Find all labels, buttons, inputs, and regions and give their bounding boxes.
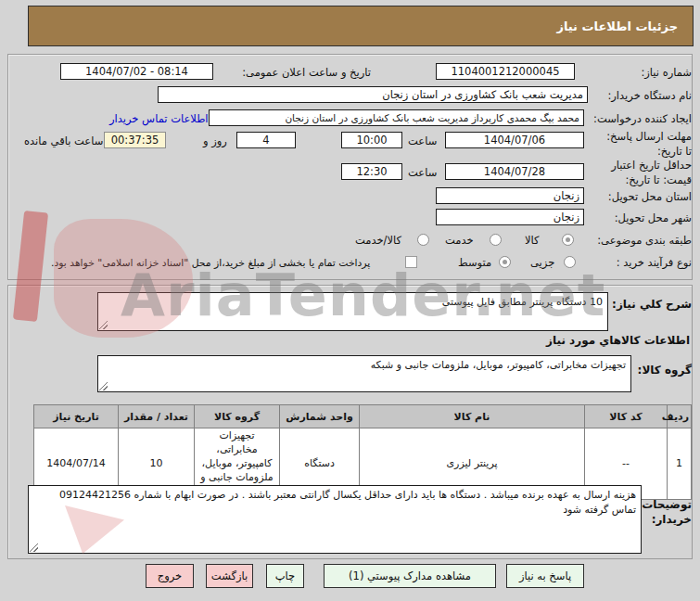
days-and-label: روز و [203,134,227,147]
need-number-field[interactable]: 1104001212000045 [436,63,575,80]
page-title: جزئیات اطلاعات نیاز [556,19,678,33]
need-description-label: شرح کلي نیاز: [612,298,692,311]
print-button[interactable]: چاپ [266,564,304,588]
buyer-org-label: نام دستگاه خریدار: [607,89,692,102]
resize-grip-icon[interactable] [99,382,108,390]
goods-section-header: اطلاعات کالاهاي مورد نیاز [546,334,690,347]
price-validity-time-field[interactable]: 12:30 [341,163,402,180]
goods-table-header-row: ردیف کد کالا نام کالا واحد شمارش گروه کا… [34,405,692,428]
announce-datetime-label: تاریخ و ساعت اعلان عمومی: [242,66,371,79]
resize-grip-icon[interactable] [30,543,38,552]
exit-button[interactable]: خروج [146,564,194,588]
delivery-city-field[interactable]: زنجان [436,209,584,225]
goods-group-text: تجهیزات مخابراتی، کامپیوتر، موبایل، ملزو… [371,359,626,371]
col-goods-name: نام کالا [360,405,585,428]
subject-class-label: طبقه بندی موضوعی: [597,234,692,247]
radio-medium[interactable] [499,256,511,268]
treasury-docs-checkbox-label: پرداخت تمام یا بخشی از مبلغ خرید،از محل … [51,257,370,269]
response-deadline-label: مهلت ارسال پاسخ: تا تاریخ: [599,130,692,159]
goods-group-label: گروه کالا: [638,364,692,377]
price-validity-hour-label: ساعت [408,166,437,179]
col-goods-group: گروه کالا [195,405,280,428]
delivery-province-field[interactable]: زنجان [436,187,584,204]
radio-goods[interactable] [562,234,574,246]
buyer-notes-field[interactable]: هزینه ارسال به عهده برنده میباشد . دستگا… [28,485,642,554]
remaining-days-field[interactable]: 4 [236,132,296,148]
col-need-date: تاریخ نیاز [34,405,119,428]
cell-row-number: 1 [668,428,692,500]
need-description-field[interactable]: 10 دستگاه پرینتر مطابق فایل پیوستی [97,292,608,331]
col-unit: واحد شمارش [280,405,360,428]
radio-petty-label: جزیی [530,256,554,269]
page-title-bar: جزئیات اطلاعات نیاز [28,6,694,46]
respond-button[interactable]: پاسخ به نیاز [506,564,584,588]
view-attachments-button[interactable]: مشاهده مدارک پیوستي (1) [324,564,496,588]
radio-service[interactable] [490,234,502,246]
col-goods-code: کد کالا [585,405,668,428]
buyer-notes-text: هزینه ارسال به عهده برنده میباشد . دستگا… [59,489,636,516]
radio-service-label: خدمت [445,234,474,247]
hours-remaining-label: ساعت باقي مانده [24,134,103,147]
radio-goods-service-label: کالا/خدمت [355,234,401,247]
col-quantity: تعداد / مقدار [119,405,195,428]
need-description-text: 10 دستگاه پرینتر مطابق فایل پیوستی [442,296,603,308]
resize-grip-icon[interactable] [99,321,108,329]
goods-group-field[interactable]: تجهیزات مخابراتی، کامپیوتر، موبایل، ملزو… [97,355,631,392]
announce-datetime-field[interactable]: 1404/07/02 - 08:14 [60,63,213,80]
request-creator-field[interactable]: محمد بیگ محمدی کارپرداز مدیریت شعب بانک … [209,109,584,126]
treasury-docs-checkbox[interactable] [405,256,417,268]
radio-goods-service[interactable] [417,234,429,246]
response-deadline-date-field[interactable]: 1404/07/06 [445,132,584,148]
price-validity-date-field[interactable]: 1404/07/28 [445,163,584,180]
delivery-city-label: شهر محل تحویل: [615,211,692,224]
need-number-label: شماره نیاز: [641,66,692,79]
radio-petty[interactable] [564,256,576,268]
radio-medium-label: متوسط [458,256,491,269]
delivery-province-label: استان محل تحویل: [608,190,692,203]
buyer-notes-label: توضیحات خریدار: [634,497,692,527]
radio-goods-label: کالا [525,234,540,247]
price-validity-label: حداقل تاریخ اعتبار قیمت: تا تاریخ: [597,159,692,187]
response-deadline-time-field[interactable]: 10:00 [341,132,402,148]
response-deadline-hour-label: ساعت [408,134,437,147]
countdown-timer: 00:37:35 [104,132,166,148]
request-creator-label: ایجاد کننده درخواست: [593,112,692,125]
buyer-org-field[interactable]: مدیریت شعب بانک کشاورزی در استان زنجان [158,86,588,103]
buyer-contact-link[interactable]: اطلاعات تماس خریدار [109,112,209,125]
col-row-number: ردیف [668,405,692,428]
back-button[interactable]: بازگشت [206,564,253,588]
purchase-process-label: نوع فرآیند خرید : [617,256,692,269]
